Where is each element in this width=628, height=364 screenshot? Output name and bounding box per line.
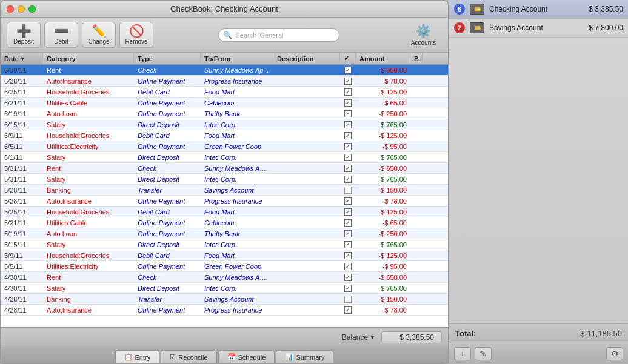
table-row[interactable]: 5/28/11 Auto:Insurance Online Payment Pr… bbox=[1, 196, 448, 207]
tx-check[interactable]: ✓ bbox=[340, 66, 356, 74]
tab-summary[interactable]: 📊 Summary bbox=[276, 350, 333, 363]
checkbox[interactable]: ✓ bbox=[344, 132, 352, 139]
search-input[interactable] bbox=[218, 28, 339, 42]
tx-check[interactable]: ✓ bbox=[340, 110, 356, 118]
col-header-category[interactable]: Category bbox=[43, 53, 134, 64]
close-button[interactable] bbox=[7, 5, 14, 13]
col-header-tofrom[interactable]: To/From bbox=[201, 53, 273, 64]
checkbox[interactable]: ✓ bbox=[344, 143, 352, 150]
tx-check[interactable]: ✓ bbox=[340, 131, 356, 140]
tx-check[interactable]: ✓ bbox=[340, 197, 356, 205]
checkbox[interactable]: ✓ bbox=[344, 230, 352, 237]
tx-check[interactable]: ✓ bbox=[340, 121, 356, 129]
table-row[interactable]: 5/31/11 Salary Direct Deposit Intec Corp… bbox=[1, 174, 448, 185]
table-row[interactable]: 6/5/11 Utilities:Electricity Online Paym… bbox=[1, 141, 448, 152]
checkbox[interactable]: ✓ bbox=[344, 165, 352, 172]
tx-check[interactable]: ✓ bbox=[340, 306, 356, 314]
tx-check[interactable]: ✓ bbox=[340, 251, 356, 260]
table-row[interactable]: 6/21/11 Utilities:Cable Online Payment C… bbox=[1, 98, 448, 108]
checkbox[interactable]: ✓ bbox=[344, 88, 352, 96]
checkbox[interactable]: ✓ bbox=[344, 197, 352, 205]
tx-check[interactable]: ✓ bbox=[340, 164, 356, 173]
edit-account-button[interactable]: ✎ bbox=[475, 347, 492, 360]
tx-check[interactable]: ✓ bbox=[340, 88, 356, 96]
checkbox[interactable]: ✓ bbox=[344, 252, 352, 259]
tx-date: 6/30/11 bbox=[1, 66, 43, 74]
maximize-button[interactable] bbox=[28, 5, 36, 13]
tx-check[interactable]: ✓ bbox=[340, 273, 356, 282]
checkbox[interactable]: ✓ bbox=[344, 208, 352, 216]
table-row[interactable]: 6/9/11 Household:Groceries Debit Card Fo… bbox=[1, 130, 448, 141]
tx-check[interactable]: ✓ bbox=[340, 219, 356, 227]
deposit-button[interactable]: ➕ Deposit bbox=[7, 22, 41, 48]
checkbox[interactable]: ✓ bbox=[344, 263, 352, 270]
tab-schedule[interactable]: 📅 Schedule bbox=[218, 350, 275, 363]
table-row[interactable]: 6/19/11 Auto:Loan Online Payment Thrifty… bbox=[1, 108, 448, 119]
tx-check[interactable]: ✓ bbox=[340, 262, 356, 271]
checkbox[interactable]: ✓ bbox=[344, 110, 352, 117]
table-row[interactable]: 5/28/11 Banking Transfer Savings Account… bbox=[1, 185, 448, 196]
debit-button[interactable]: ➖ Debit bbox=[44, 22, 78, 48]
table-row[interactable]: 5/21/11 Utilities:Cable Online Payment C… bbox=[1, 217, 448, 228]
tx-check[interactable]: ✓ bbox=[340, 153, 356, 162]
table-row[interactable]: 5/19/11 Auto:Loan Online Payment Thrifty… bbox=[1, 228, 448, 239]
table-row[interactable]: 5/9/11 Household:Groceries Debit Card Fo… bbox=[1, 250, 448, 261]
table-row[interactable]: 4/28/11 Banking Transfer Savings Account… bbox=[1, 294, 448, 305]
table-row[interactable]: 5/31/11 Rent Check Sunny Meadows Apa... … bbox=[1, 163, 448, 174]
col-header-date[interactable]: Date ▼ bbox=[1, 53, 43, 64]
table-row[interactable]: 4/30/11 Rent Check Sunny Meadows Apa... … bbox=[1, 272, 448, 283]
tab-reconcile[interactable]: ☑ Reconcile bbox=[161, 350, 216, 363]
tx-check[interactable] bbox=[340, 295, 356, 303]
col-header-description[interactable]: Description bbox=[273, 53, 340, 64]
tx-check[interactable]: ✓ bbox=[340, 230, 356, 238]
checkbox[interactable]: ✓ bbox=[344, 285, 352, 292]
tx-check[interactable]: ✓ bbox=[340, 284, 356, 293]
checkbox[interactable]: ✓ bbox=[344, 154, 352, 161]
checkbox[interactable]: ✓ bbox=[344, 121, 352, 128]
table-row[interactable]: 6/1/11 Salary Direct Deposit Intec Corp.… bbox=[1, 152, 448, 163]
checkbox[interactable]: ✓ bbox=[344, 274, 352, 281]
checkbox[interactable]: ✓ bbox=[344, 219, 352, 227]
settings-button[interactable]: ⚙ bbox=[606, 347, 623, 360]
table-row[interactable]: 6/28/11 Auto:Insurance Online Payment Pr… bbox=[1, 76, 448, 87]
col-header-amount[interactable]: Amount bbox=[356, 53, 410, 64]
checkbox[interactable]: ✓ bbox=[344, 99, 352, 107]
change-button[interactable]: ✏️ Change bbox=[82, 22, 116, 48]
remove-button[interactable]: 🚫 Remove bbox=[119, 22, 153, 48]
tx-check[interactable]: ✓ bbox=[340, 208, 356, 216]
accounts-button[interactable]: ⚙️ Accounts bbox=[405, 21, 442, 48]
checkbox[interactable]: ✓ bbox=[344, 241, 352, 248]
table-row[interactable]: 5/15/11 Salary Direct Deposit Intec Corp… bbox=[1, 239, 448, 250]
table-row[interactable]: 6/15/11 Salary Direct Deposit Intec Corp… bbox=[1, 119, 448, 130]
checkbox[interactable]: ✓ bbox=[344, 306, 352, 314]
col-header-type[interactable]: Type bbox=[134, 53, 201, 64]
tx-bal bbox=[410, 222, 423, 223]
tx-type: Transfer bbox=[134, 295, 201, 303]
tx-check[interactable] bbox=[340, 186, 356, 194]
table-row[interactable]: 5/25/11 Household:Groceries Debit Card F… bbox=[1, 207, 448, 217]
tx-check[interactable]: ✓ bbox=[340, 77, 356, 85]
col-header-bal[interactable]: B bbox=[410, 53, 423, 64]
tx-amount: -$ 150.00 bbox=[356, 295, 410, 303]
tx-check[interactable]: ✓ bbox=[340, 175, 356, 184]
tx-check[interactable]: ✓ bbox=[340, 99, 356, 107]
add-account-button[interactable]: + bbox=[454, 347, 471, 360]
balance-dropdown-icon[interactable]: ▼ bbox=[370, 334, 375, 340]
table-row[interactable]: 6/30/11 Rent Check Sunny Meadows Ap... ✓… bbox=[1, 65, 448, 76]
checkbox[interactable] bbox=[344, 187, 352, 194]
minimize-button[interactable] bbox=[18, 5, 25, 13]
table-row[interactable]: 4/30/11 Salary Direct Deposit Intec Corp… bbox=[1, 283, 448, 294]
sidebar-account-item[interactable]: 6 💳 Checking Account $ 3,385.50 bbox=[449, 0, 628, 19]
tab-entry[interactable]: 📋 Entry bbox=[115, 350, 160, 363]
checkbox[interactable]: ✓ bbox=[344, 176, 352, 183]
checkbox[interactable]: ✓ bbox=[344, 78, 352, 85]
tx-check[interactable]: ✓ bbox=[340, 142, 356, 151]
table-row[interactable]: 6/25/11 Household:Groceries Debit Card F… bbox=[1, 87, 448, 98]
sidebar-account-item[interactable]: 2 💳 Savings Account $ 7,800.00 bbox=[449, 19, 628, 38]
checkbox[interactable] bbox=[344, 296, 352, 303]
table-row[interactable]: 4/28/11 Auto:Insurance Online Payment Pr… bbox=[1, 305, 448, 316]
table-row[interactable]: 5/5/11 Utilities:Electricity Online Paym… bbox=[1, 261, 448, 272]
checkbox[interactable]: ✓ bbox=[344, 67, 352, 74]
tx-check[interactable]: ✓ bbox=[340, 240, 356, 249]
col-header-check[interactable]: ✓ bbox=[340, 53, 356, 64]
